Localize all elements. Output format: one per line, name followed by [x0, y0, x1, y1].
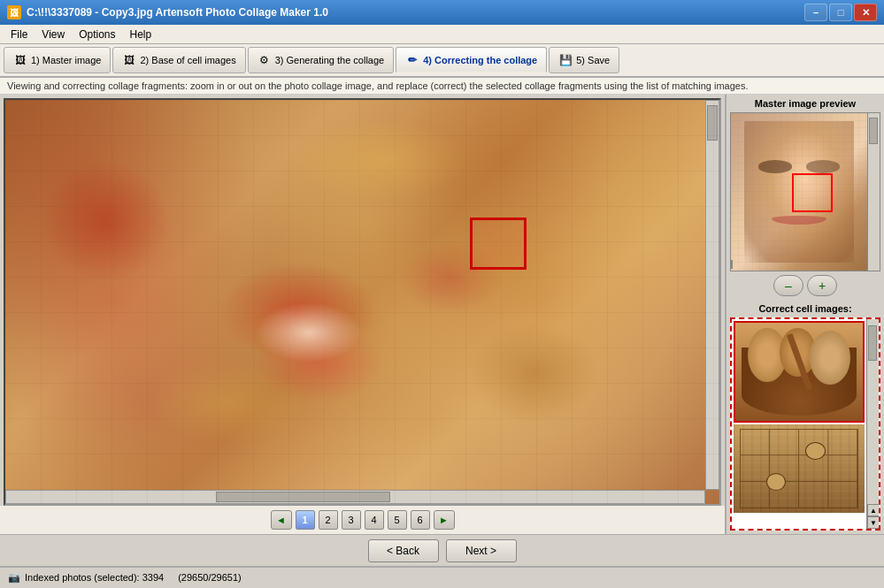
tab-correcting-label: 4) Correcting the collage [423, 55, 537, 65]
minimize-button[interactable]: – [804, 4, 827, 21]
zoom-out-button[interactable]: – [773, 275, 803, 296]
tab-save[interactable]: 💾 5) Save [549, 47, 619, 73]
tab-base[interactable]: 🖼 2) Base of cell images [112, 47, 245, 73]
master-preview-title: Master image preview [730, 98, 880, 109]
page-next-button[interactable]: ► [434, 510, 455, 530]
svg-rect-0 [5, 100, 719, 504]
status-progress: (29650/29651) [178, 572, 242, 583]
zoom-in-button[interactable]: + [807, 275, 837, 296]
maximize-button[interactable]: □ [829, 4, 852, 21]
page-1-button[interactable]: 1 [296, 510, 315, 530]
correct-images-scroll-thumb[interactable] [868, 325, 877, 361]
close-button[interactable]: ✕ [854, 4, 877, 21]
master-face-bg [731, 113, 867, 271]
preview-hscroll-thumb[interactable] [731, 260, 733, 269]
next-button[interactable]: Next > [446, 539, 517, 562]
preview-selection-box [792, 173, 833, 213]
correcting-tab-icon: ✏ [405, 53, 419, 67]
main-content: ◄ 1 2 3 4 5 6 ► Master image preview [0, 95, 884, 534]
page-4-button[interactable]: 4 [365, 510, 384, 530]
tab-generating[interactable]: ⚙ 3) Generating the collage [248, 47, 395, 73]
tab-generating-label: 3) Generating the collage [275, 55, 385, 65]
navigation-buttons: < Back Next > [0, 534, 884, 566]
correct-image-1[interactable] [734, 321, 865, 423]
status-camera-icon: 📷 [7, 570, 21, 584]
back-button[interactable]: < Back [368, 539, 439, 562]
base-tab-icon: 🖼 [122, 53, 136, 67]
info-text: Viewing and correcting collage fragments… [7, 80, 748, 91]
zoom-out-icon: – [785, 279, 792, 293]
tab-master-label: 1) Master image [31, 55, 101, 65]
tab-master[interactable]: 🖼 1) Master image [4, 47, 111, 73]
board-grid-icon [740, 429, 857, 508]
correct-image-2[interactable] [734, 424, 865, 513]
menu-file[interactable]: File [4, 27, 35, 42]
page-controls: ◄ 1 2 3 4 5 6 ► [0, 506, 725, 534]
master-tab-icon: 🖼 [13, 53, 27, 67]
preview-vscroll-thumb[interactable] [869, 118, 878, 144]
page-prev-button[interactable]: ◄ [271, 510, 292, 530]
info-bar: Viewing and correcting collage fragments… [0, 78, 884, 95]
preview-controls: – + [730, 275, 880, 296]
tab-save-label: 5) Save [576, 55, 610, 65]
master-preview[interactable] [730, 112, 880, 271]
preview-vscrollbar[interactable] [867, 113, 880, 271]
window-title: C:\!!\3337089 - Copy3.jpg Artensoft Phot… [27, 6, 328, 19]
app-icon: 🖼 [7, 5, 21, 19]
correct-images-list [732, 319, 866, 529]
menu-view[interactable]: View [35, 27, 72, 42]
collage-panel[interactable] [4, 98, 721, 506]
menu-help[interactable]: Help [123, 27, 159, 42]
correct-images-panel[interactable]: ▲ ▼ [730, 317, 880, 531]
status-bar: 📷 Indexed photos (selected): 3394 (29650… [0, 566, 884, 587]
save-tab-icon: 💾 [558, 53, 573, 67]
tab-base-label: 2) Base of cell images [140, 55, 235, 65]
correct-images-title: Correct cell images: [730, 303, 880, 314]
correct-images-scrollbar[interactable]: ▲ ▼ [866, 319, 879, 529]
tab-correcting[interactable]: ✏ 4) Correcting the collage [396, 47, 547, 73]
toolbar: 🖼 1) Master image 🖼 2) Base of cell imag… [0, 44, 884, 78]
status-indexed-label: Indexed photos (selected): 3394 [25, 572, 164, 583]
title-bar: 🖼 C:\!!\3337089 - Copy3.jpg Artensoft Ph… [0, 0, 884, 25]
page-2-button[interactable]: 2 [319, 510, 338, 530]
generating-tab-icon: ⚙ [258, 53, 272, 67]
page-3-button[interactable]: 3 [342, 510, 361, 530]
selected-cell[interactable] [470, 218, 527, 270]
correct-scroll-up-icon[interactable]: ▲ [867, 504, 880, 516]
correct-scroll-down-icon[interactable]: ▼ [867, 516, 880, 529]
page-6-button[interactable]: 6 [411, 510, 430, 530]
menu-options[interactable]: Options [72, 27, 122, 42]
right-panel: Master image preview [725, 95, 884, 534]
page-5-button[interactable]: 5 [388, 510, 407, 530]
menu-bar: File View Options Help [0, 25, 884, 44]
zoom-in-icon: + [819, 279, 826, 293]
grid-overlay [5, 100, 719, 504]
